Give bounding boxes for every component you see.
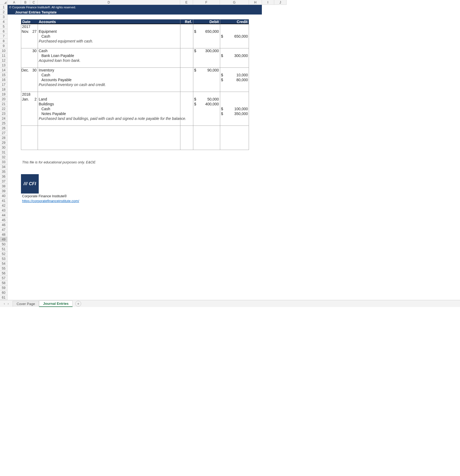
tab-prev-icon[interactable]: ‹ <box>4 302 5 306</box>
row-header-13[interactable]: 13 <box>0 63 8 68</box>
row-header-26[interactable]: 26 <box>0 126 8 131</box>
disclaimer-text: This file is for educational purposes on… <box>21 160 249 164</box>
row-header-56[interactable]: 56 <box>0 271 8 276</box>
row-header-39[interactable]: 39 <box>0 189 8 194</box>
row-header-41[interactable]: 41 <box>0 198 8 203</box>
sep-2 <box>21 63 249 68</box>
row-header-16[interactable]: 16 <box>0 77 8 82</box>
row-header-46[interactable]: 46 <box>0 223 8 227</box>
e1-debit: 650,000 <box>193 29 220 34</box>
row-header-8[interactable]: 8 <box>0 39 8 44</box>
row-header-36[interactable]: 36 <box>0 174 8 179</box>
row-header-5[interactable]: 5 <box>0 24 8 29</box>
company-url-link[interactable]: https://corporatefinanceinstitute.com/ <box>22 199 79 203</box>
row-header-9[interactable]: 9 <box>0 44 8 48</box>
row-header-61[interactable]: 61 <box>0 295 8 300</box>
row-header-40[interactable]: 40 <box>0 194 8 198</box>
col-header-G[interactable]: G <box>220 0 249 5</box>
sep-1 <box>21 44 249 48</box>
th-date: Date <box>21 19 38 24</box>
th-accounts: Accounts <box>38 19 180 24</box>
row-header-35[interactable]: 35 <box>0 169 8 174</box>
e4-c1: 100,000 <box>220 106 249 111</box>
row-header-44[interactable]: 44 <box>0 213 8 218</box>
e3-account-credit2: Accounts Payable <box>38 77 180 82</box>
row-header-6[interactable]: 6 <box>0 29 8 34</box>
row-header-33[interactable]: 33 <box>0 160 8 164</box>
select-all-cell[interactable] <box>0 0 8 5</box>
e4-d1: 50,000 <box>193 97 220 102</box>
col-header-C[interactable]: C <box>30 0 38 5</box>
add-sheet-button[interactable]: + <box>75 301 81 307</box>
row-header-29[interactable]: 29 <box>0 140 8 145</box>
row-header-60[interactable]: 60 <box>0 290 8 295</box>
template-title: Journal Entries Template <box>8 10 262 15</box>
row-header-12[interactable]: 12 <box>0 58 8 63</box>
row-header-54[interactable]: 54 <box>0 261 8 266</box>
row-header-15[interactable]: 15 <box>0 73 8 77</box>
row-header-37[interactable]: 37 <box>0 179 8 184</box>
row-header-49[interactable]: 49 <box>0 237 8 242</box>
row-header-28[interactable]: 28 <box>0 135 8 140</box>
col-header-H[interactable]: H <box>249 0 262 5</box>
row-header-52[interactable]: 52 <box>0 252 8 256</box>
th-debit: Debit <box>193 19 220 24</box>
row-header-7[interactable]: 7 <box>0 34 8 39</box>
e1-date-mon: Nov. <box>21 29 30 34</box>
row-header-43[interactable]: 43 <box>0 208 8 213</box>
row-header-22[interactable]: 22 <box>0 106 8 111</box>
row-header-51[interactable]: 51 <box>0 247 8 252</box>
tab-journal-entries[interactable]: Journal Entries <box>39 300 73 307</box>
row-header-48[interactable]: 48 <box>0 232 8 237</box>
col-header-I[interactable]: I <box>262 0 274 5</box>
row-header-14[interactable]: 14 <box>0 68 8 73</box>
row-header-25[interactable]: 25 <box>0 121 8 126</box>
copyright-bar: © Corporate Finance Institute®. All righ… <box>8 5 262 10</box>
row-header-30[interactable]: 30 <box>0 145 8 150</box>
row-header-55[interactable]: 55 <box>0 266 8 271</box>
e2-desc: Acquired loan from bank. <box>38 58 180 63</box>
row-header-32[interactable]: 32 <box>0 155 8 160</box>
row-header-24[interactable]: 24 <box>0 116 8 121</box>
row-header-27[interactable]: 27 <box>0 131 8 135</box>
row-header-42[interactable]: 42 <box>0 203 8 208</box>
tab-next-icon[interactable]: › <box>8 302 9 306</box>
row-header-50[interactable]: 50 <box>0 242 8 247</box>
row-header-21[interactable]: 21 <box>0 102 8 106</box>
row-header-23[interactable]: 23 <box>0 111 8 116</box>
col-header-D[interactable]: D <box>38 0 180 5</box>
sheet-tab-bar: ‹ › Cover Page Journal Entries + <box>0 300 460 307</box>
tab-cover-page[interactable]: Cover Page <box>13 301 39 307</box>
e2-debit: 300,000 <box>193 48 220 53</box>
row-header-38[interactable]: 38 <box>0 184 8 189</box>
row-header-59[interactable]: 59 <box>0 285 8 290</box>
col-header-B[interactable]: B <box>21 0 30 5</box>
e2-credit: 300,000 <box>220 53 249 58</box>
row-header-18[interactable]: 18 <box>0 87 8 92</box>
col-header-E[interactable]: E <box>180 0 193 5</box>
row-header-1[interactable]: 1 <box>0 5 8 10</box>
col-header-A[interactable]: A <box>8 0 21 5</box>
row-header-31[interactable]: 31 <box>0 150 8 155</box>
col-header-F[interactable]: F <box>193 0 220 5</box>
row-header-17[interactable]: 17 <box>0 82 8 87</box>
row-header-19[interactable]: 19 <box>0 92 8 97</box>
row-header-10[interactable]: 10 <box>0 48 8 53</box>
row-header-11[interactable]: 11 <box>0 53 8 58</box>
row-header-47[interactable]: 47 <box>0 227 8 232</box>
row-header-3[interactable]: 3 <box>0 15 8 19</box>
e3-debit: 90,000 <box>193 68 220 73</box>
row-header-57[interactable]: 57 <box>0 276 8 281</box>
row-header-45[interactable]: 45 <box>0 218 8 223</box>
e3-date-day: 30 <box>30 68 38 73</box>
row-header-53[interactable]: 53 <box>0 256 8 261</box>
row-header-2[interactable]: 2 <box>0 10 8 15</box>
row-header-20[interactable]: 20 <box>0 97 8 102</box>
col-header-J[interactable]: J <box>274 0 287 5</box>
row-header-34[interactable]: 34 <box>0 164 8 169</box>
e4-c2: 350,000 <box>220 111 249 116</box>
spreadsheet-grid[interactable]: ABCDEFGHIJ123456789101112131415161718192… <box>0 0 460 300</box>
row-header-58[interactable]: 58 <box>0 281 8 285</box>
e2-date-day: 30 <box>30 48 38 53</box>
row-header-4[interactable]: 4 <box>0 19 8 24</box>
